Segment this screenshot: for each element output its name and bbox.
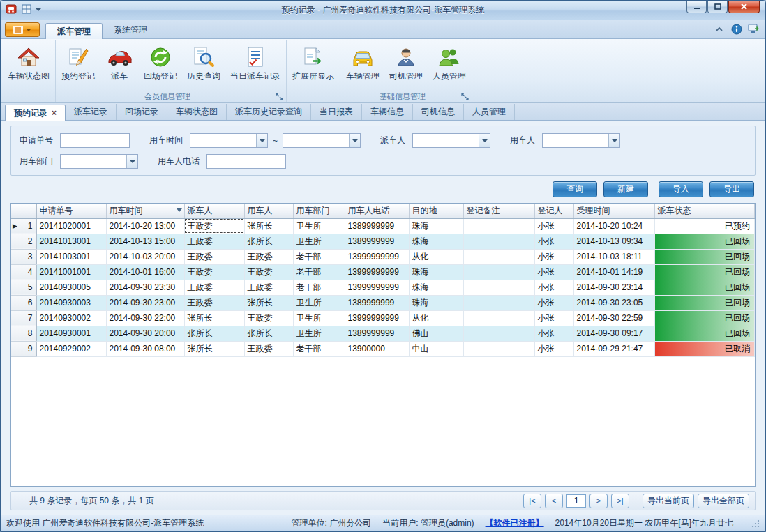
chevron-down-icon[interactable] — [349, 134, 360, 147]
status-bar: 欢迎使用 广州爱奇迪软件科技有限公司-派车管理系统 管理单位: 广州分公司 当前… — [1, 515, 765, 531]
dispatcher-combo[interactable] — [412, 133, 490, 148]
column-header-destination[interactable]: 目的地 — [409, 204, 463, 218]
table-row[interactable]: 4 20141001001 2014-10-01 16:00 王政委 王政委 老… — [11, 264, 755, 280]
column-header-registrar[interactable]: 登记人 — [534, 204, 573, 218]
dialog-launcher-icon[interactable] — [276, 93, 284, 101]
next-page-button[interactable]: > — [589, 494, 608, 508]
status-badge: 已回场 — [655, 296, 755, 310]
maximize-button[interactable] — [707, 1, 728, 13]
screen-switch-icon[interactable] — [748, 23, 760, 35]
use-time-to-combo[interactable] — [283, 133, 361, 148]
close-tab-icon[interactable]: × — [52, 105, 57, 121]
record-count-summary: 共 9 条记录，每页 50 条，共 1 页 — [29, 495, 154, 507]
import-button[interactable]: 导入 — [659, 181, 703, 197]
dispatcher-label: 派车人 — [380, 135, 405, 146]
house-icon — [17, 43, 40, 71]
table-row[interactable]: 9 20140929002 2014-09-30 08:00 张所长 王政委 老… — [11, 341, 755, 356]
pencil-icon — [66, 43, 90, 71]
current-user-text: 当前用户: 管理员(admin) — [382, 517, 474, 529]
window-title: 预约记录 - 广州爱奇迪软件科技有限公司-派车管理系统 — [1, 1, 765, 20]
chevron-down-icon[interactable] — [479, 134, 490, 147]
header-row: 申请单号 用车时间 派车人 用车人 用车部门 用车人电话 目的地 登记备注 登记… — [11, 204, 755, 218]
table-row[interactable]: ▶1 20141020001 2014-10-20 13:00 王政委 张所长 … — [11, 218, 755, 234]
user-phone-label: 用车人电话 — [158, 155, 200, 167]
new-button[interactable]: 新建 — [603, 181, 648, 197]
use-time-label: 用车时间 — [149, 135, 183, 146]
request-no-input[interactable] — [60, 133, 130, 148]
department-combo[interactable] — [60, 154, 138, 169]
dialog-launcher-icon[interactable] — [461, 93, 470, 101]
info-icon[interactable] — [730, 23, 742, 35]
table-row[interactable]: 3 20141003001 2014-10-03 20:00 王政委 王政委 老… — [11, 249, 755, 264]
tab-return-records[interactable]: 回场记录 — [117, 104, 167, 120]
use-time-from-combo[interactable] — [190, 133, 268, 148]
export-current-page-button[interactable]: 导出当前页 — [643, 494, 694, 508]
status-badge: 已回场 — [655, 265, 755, 280]
chevron-down-icon[interactable] — [256, 134, 267, 147]
tab-vehicle-info[interactable]: 车辆信息 — [362, 104, 413, 120]
vehicle-status-chart-button[interactable]: 车辆状态图 — [3, 40, 54, 91]
filter-dropdown-icon[interactable] — [177, 208, 182, 212]
column-header-accept-time[interactable]: 受理时间 — [573, 204, 654, 218]
minimize-button[interactable] — [686, 1, 707, 13]
export-all-pages-button[interactable]: 导出全部页 — [698, 494, 749, 508]
tab-dispatch-records[interactable]: 派车记录 — [66, 104, 117, 120]
table-row[interactable]: 8 20140930001 2014-09-30 20:00 张所长 张所长 卫… — [11, 326, 755, 341]
query-button[interactable]: 查询 — [553, 181, 597, 197]
tab-personnel-management[interactable]: 人员管理 — [464, 104, 515, 120]
last-page-button[interactable]: >| — [611, 494, 629, 508]
table-row[interactable]: 5 20140930005 2014-09-30 23:30 王政委 王政委 老… — [11, 280, 755, 295]
title-bar[interactable]: 预约记录 - 广州爱奇迪软件科技有限公司-派车管理系统 — [1, 1, 765, 20]
tab-dispatch-history-query[interactable]: 派车历史记录查询 — [227, 104, 311, 120]
ribbon-collapse-icon[interactable] — [713, 23, 725, 35]
user-combo[interactable] — [542, 133, 620, 148]
first-page-button[interactable]: |< — [523, 494, 541, 508]
ribbon-tab-dispatch-management[interactable]: 派车管理 — [45, 23, 103, 39]
focused-cell[interactable]: 王政委 — [184, 218, 244, 234]
user-phone-input[interactable] — [206, 154, 286, 169]
table-row[interactable]: 6 20140930003 2014-09-30 23:00 王政委 张所长 卫… — [11, 295, 755, 310]
application-menu-button[interactable] — [5, 22, 40, 37]
tab-vehicle-status-chart[interactable]: 车辆状态图 — [167, 104, 227, 120]
today-dispatch-records-button[interactable]: 当日派车记录 — [225, 40, 285, 91]
chevron-down-icon — [26, 29, 31, 31]
tab-driver-info[interactable]: 司机信息 — [413, 104, 464, 120]
chevron-down-icon[interactable] — [608, 134, 619, 147]
welcome-text: 欢迎使用 广州爱奇迪软件科技有限公司-派车管理系统 — [6, 517, 204, 529]
table-row[interactable]: 2 20141013001 2014-10-13 15:00 王政委 张所长 卫… — [11, 234, 755, 249]
personnel-management-button[interactable]: 人员管理 — [428, 40, 471, 91]
column-header-user-phone[interactable]: 用车人电话 — [345, 204, 409, 218]
tab-daily-report[interactable]: 当日报表 — [311, 104, 362, 120]
column-header-use-time[interactable]: 用车时间 — [106, 204, 184, 218]
column-header-user[interactable]: 用车人 — [244, 204, 293, 218]
column-header-remark[interactable]: 登记备注 — [463, 204, 534, 218]
prev-page-button[interactable]: < — [545, 494, 563, 508]
extended-screen-button[interactable]: 扩展屏显示 — [287, 40, 339, 91]
column-header-department[interactable]: 用车部门 — [293, 204, 345, 218]
license-link[interactable]: 【软件已注册】 — [486, 517, 544, 529]
page-number-input[interactable] — [566, 494, 586, 508]
table-row[interactable]: 7 20140930002 2014-09-30 22:00 张所长 王政委 卫… — [11, 310, 755, 326]
column-header-request-no[interactable]: 申请单号 — [36, 204, 106, 218]
vehicle-management-button[interactable]: 车辆管理 — [341, 40, 384, 91]
tab-reservation-records[interactable]: 预约记录 × — [5, 105, 66, 121]
ribbon-tab-system-management[interactable]: 系统管理 — [103, 22, 158, 38]
ribbon: 车辆状态图 预约登记 派车 — [1, 39, 765, 103]
reservation-register-button[interactable]: 预约登记 — [57, 40, 100, 91]
status-badge: 已回场 — [655, 234, 755, 249]
list-icon — [243, 43, 267, 71]
refresh-icon — [149, 43, 172, 71]
document-tab-bar: 预约记录 × 派车记录 回场记录 车辆状态图 派车历史记录查询 当日报表 车辆信… — [1, 103, 765, 121]
records-table: 申请单号 用车时间 派车人 用车人 用车部门 用车人电话 目的地 登记备注 登记… — [11, 204, 755, 357]
history-query-button[interactable]: 历史查询 — [182, 40, 225, 91]
dispatch-button[interactable]: 派车 — [100, 40, 139, 91]
resize-grip[interactable] — [751, 519, 760, 528]
column-header-dispatch-status[interactable]: 派车状态 — [654, 204, 755, 218]
return-register-button[interactable]: 回场登记 — [139, 40, 182, 91]
export-button[interactable]: 导出 — [709, 181, 754, 197]
driver-management-button[interactable]: 司机管理 — [384, 40, 428, 91]
close-button[interactable] — [728, 1, 760, 13]
chevron-down-icon[interactable] — [126, 155, 137, 168]
column-header-dispatcher[interactable]: 派车人 — [184, 204, 244, 218]
ribbon-group-vehicle-status: 车辆状态图 — [2, 40, 56, 102]
